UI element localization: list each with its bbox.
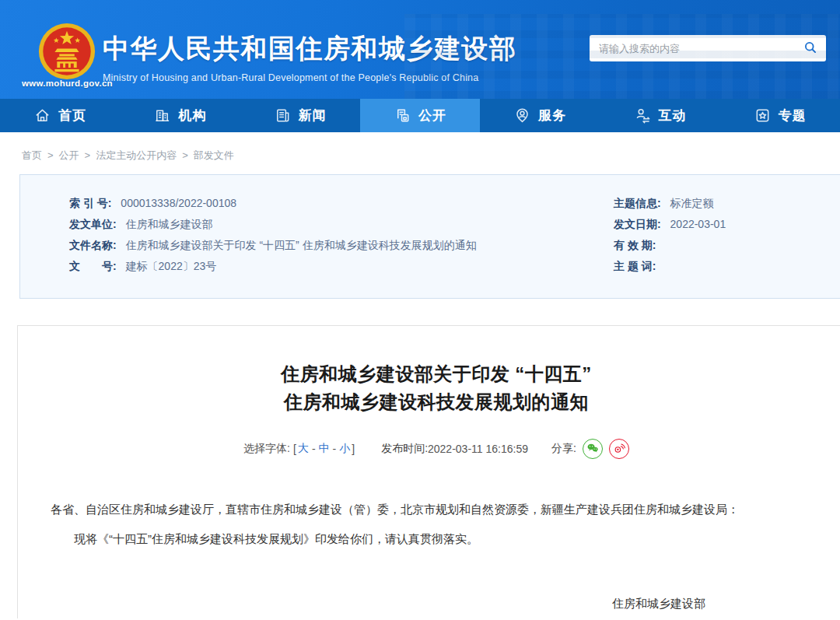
font-size-bracket-open: [ <box>293 443 296 455</box>
signature-org: 住房和城乡建设部 <box>612 592 705 615</box>
info-label: 发文单位: <box>69 218 117 230</box>
organization-icon <box>153 107 171 124</box>
main-nav: 首页 机构 新闻 公开 服务 <box>0 99 840 132</box>
weibo-icon <box>612 441 626 457</box>
article-card: 住房和城乡建设部关于印发 “十四五” 住房和城乡建设科技发展规划的通知 选择字体… <box>17 325 840 618</box>
breadcrumb-separator: > <box>85 149 91 161</box>
font-size-label: 选择字体: <box>243 442 290 456</box>
article-paragraph-addressees: 各省、自治区住房和城乡建设厅，直辖市住房和城乡建设（管）委，北京市规划和自然资源… <box>51 499 822 520</box>
site-subtitle-english: Ministry of Housing and Urban-Rural Deve… <box>103 72 517 83</box>
nav-item-label: 公开 <box>418 107 446 124</box>
nav-item-disclosure[interactable]: 公开 <box>360 99 480 132</box>
info-value: 000013338/2022-00108 <box>121 197 236 209</box>
font-size-dash: - <box>312 443 316 455</box>
nav-item-label: 服务 <box>538 107 566 124</box>
info-label: 文 号: <box>69 260 117 272</box>
info-row-topic-info: 主题信息: 标准定额 <box>614 193 840 214</box>
search-box <box>590 35 826 61</box>
info-label: 主 题 词: <box>614 260 656 272</box>
topics-icon <box>754 107 772 124</box>
nav-item-label: 首页 <box>58 107 86 124</box>
info-row-index-number: 索 引 号: 000013338/2022-00108 <box>69 193 614 214</box>
article-paragraph-main: 现将《“十四五”住房和城乡建设科技发展规划》印发给你们，请认真贯彻落实。 <box>51 529 822 549</box>
site-url: www.mohurd.gov.cn <box>22 79 113 88</box>
info-label: 有 效 期: <box>614 239 656 251</box>
publish-time-label: 发布时间: <box>381 442 428 456</box>
services-icon <box>513 107 531 124</box>
publish-time-value: 2022-03-11 16:16:59 <box>428 443 528 455</box>
national-emblem-icon <box>36 21 98 82</box>
nav-item-news[interactable]: 新闻 <box>240 99 360 132</box>
info-label: 文件名称: <box>69 239 117 251</box>
info-row-issuing-unit: 发文单位: 住房和城乡建设部 <box>69 214 614 235</box>
signature-date: 2022年3月1日 <box>612 615 705 620</box>
article-title-line1: 住房和城乡建设部关于印发 “十四五” <box>18 360 840 388</box>
nav-item-home[interactable]: 首页 <box>0 99 120 132</box>
search-icon <box>803 40 818 58</box>
info-label: 发文日期: <box>614 218 661 230</box>
article-title: 住房和城乡建设部关于印发 “十四五” 住房和城乡建设科技发展规划的通知 <box>18 360 840 416</box>
font-size-large-link[interactable]: 大 <box>298 442 309 456</box>
signature-block: 住房和城乡建设部 2022年3月1日 <box>612 592 705 620</box>
info-value: 建标〔2022〕23号 <box>126 260 217 272</box>
breadcrumb: 首页>公开>法定主动公开内容>部发文件 <box>0 132 840 174</box>
info-row-keywords: 主 题 词: <box>614 256 840 277</box>
info-row-document-title: 文件名称: 住房和城乡建设部关于印发 “十四五” 住房和城乡建设科技发展规划的通… <box>69 235 614 256</box>
nav-item-label: 专题 <box>779 107 807 124</box>
nav-item-label: 互动 <box>659 107 687 124</box>
info-value: 标准定额 <box>670 197 714 209</box>
breadcrumb-separator: > <box>182 149 188 161</box>
disclosure-icon <box>394 107 411 124</box>
share-section: 分享: <box>551 439 629 459</box>
nav-item-label: 机构 <box>178 107 206 124</box>
site-title: 中华人民共和国住房和城乡建设部 <box>103 31 517 67</box>
share-wechat-button[interactable] <box>583 439 603 459</box>
info-label: 主题信息: <box>614 197 661 209</box>
article-title-line2: 住房和城乡建设科技发展规划的通知 <box>18 388 840 416</box>
font-size-small-link[interactable]: 小 <box>339 442 350 456</box>
info-row-issue-date: 发文日期: 2022-03-01 <box>614 214 840 235</box>
article-meta-row: 选择字体: [ 大 - 中 - 小 ] 发布时间: 2022-03-11 16:… <box>18 439 840 459</box>
nav-item-label: 新闻 <box>299 107 327 124</box>
nav-item-interaction[interactable]: 互动 <box>600 99 719 132</box>
nav-item-organization[interactable]: 机构 <box>120 99 240 132</box>
info-row-validity-period: 有 效 期: <box>614 235 840 256</box>
share-weibo-button[interactable] <box>609 439 629 459</box>
font-size-medium-link[interactable]: 中 <box>319 442 330 456</box>
search-button[interactable] <box>803 40 826 58</box>
info-value: 住房和城乡建设部关于印发 “十四五” 住房和城乡建设科技发展规划的通知 <box>126 239 477 251</box>
info-value: 2022-03-01 <box>670 218 726 230</box>
breadcrumb-separator: > <box>47 149 54 161</box>
breadcrumb-link-home[interactable]: 首页 <box>22 149 42 161</box>
document-info-panel: 索 引 号: 000013338/2022-00108 发文单位: 住房和城乡建… <box>19 174 840 299</box>
breadcrumb-current-ministry-documents: 部发文件 <box>194 149 234 161</box>
info-label: 索 引 号: <box>69 197 111 209</box>
breadcrumb-link-statutory-disclosure[interactable]: 法定主动公开内容 <box>96 149 177 161</box>
nav-item-topics[interactable]: 专题 <box>720 99 840 132</box>
info-value: 住房和城乡建设部 <box>126 218 213 230</box>
font-size-bracket-close: ] <box>352 443 355 455</box>
site-header: www.mohurd.gov.cn 中华人民共和国住房和城乡建设部 Minist… <box>0 0 840 99</box>
news-icon <box>274 107 292 124</box>
search-input[interactable] <box>590 43 803 54</box>
info-row-document-number: 文 号: 建标〔2022〕23号 <box>69 256 614 277</box>
breadcrumb-link-disclosure[interactable]: 公开 <box>59 149 79 161</box>
article-body: 各省、自治区住房和城乡建设厅，直辖市住房和城乡建设（管）委，北京市规划和自然资源… <box>18 499 840 549</box>
font-size-dash: - <box>333 443 337 455</box>
interaction-icon <box>634 107 652 124</box>
national-emblem-logo[interactable] <box>36 21 98 82</box>
share-label: 分享: <box>551 442 576 456</box>
nav-item-services[interactable]: 服务 <box>480 99 600 132</box>
wechat-icon <box>586 441 600 457</box>
home-icon <box>33 107 51 124</box>
